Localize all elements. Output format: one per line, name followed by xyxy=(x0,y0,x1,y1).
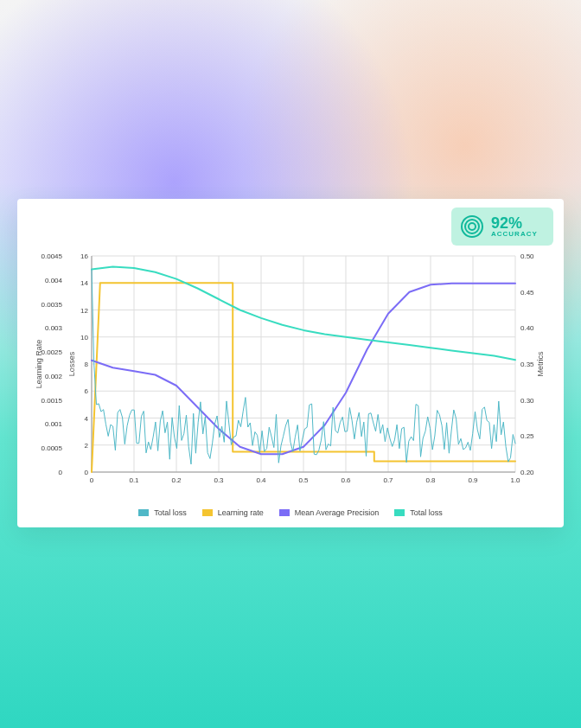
legend-label: Learning rate xyxy=(218,508,264,517)
svg-text:0.20: 0.20 xyxy=(520,469,534,476)
svg-text:0.1: 0.1 xyxy=(129,476,139,484)
legend-item: Learning rate xyxy=(202,508,264,517)
svg-text:1.0: 1.0 xyxy=(510,476,520,484)
chart-card: 92% ACCURACY 00.10.20.30.40.50.60.70.80.… xyxy=(17,199,564,527)
svg-text:0.3: 0.3 xyxy=(214,476,224,484)
svg-text:16: 16 xyxy=(80,252,88,260)
legend-swatch xyxy=(394,509,405,516)
svg-text:0.4: 0.4 xyxy=(256,476,266,484)
svg-text:0.002: 0.002 xyxy=(45,373,63,380)
svg-text:0.0035: 0.0035 xyxy=(42,301,63,309)
svg-text:0.2: 0.2 xyxy=(171,476,182,484)
svg-text:0.45: 0.45 xyxy=(520,289,534,297)
svg-text:0.9: 0.9 xyxy=(468,476,478,484)
svg-text:0.0005: 0.0005 xyxy=(42,444,63,452)
svg-text:0.30: 0.30 xyxy=(520,397,534,405)
svg-text:6: 6 xyxy=(85,387,89,395)
svg-text:0.7: 0.7 xyxy=(383,476,393,484)
svg-text:2: 2 xyxy=(85,442,89,450)
legend-swatch xyxy=(202,509,213,516)
svg-text:4: 4 xyxy=(85,415,89,423)
target-icon xyxy=(460,214,484,239)
svg-text:0.0015: 0.0015 xyxy=(42,397,63,405)
svg-text:0.003: 0.003 xyxy=(45,324,63,332)
svg-text:0.25: 0.25 xyxy=(520,432,534,440)
svg-text:0.40: 0.40 xyxy=(520,324,534,332)
accuracy-value: 92% xyxy=(491,215,538,231)
legend-item: Mean Average Precision xyxy=(279,508,379,517)
svg-text:8: 8 xyxy=(85,361,89,368)
accuracy-badge: 92% ACCURACY xyxy=(451,208,553,246)
svg-text:0.6: 0.6 xyxy=(341,476,351,484)
svg-text:Metrics: Metrics xyxy=(536,351,545,376)
svg-text:14: 14 xyxy=(80,279,88,287)
legend-swatch xyxy=(279,509,290,516)
svg-text:0: 0 xyxy=(90,476,94,484)
svg-text:12: 12 xyxy=(80,307,88,315)
svg-text:0.35: 0.35 xyxy=(520,361,534,368)
svg-text:Losses: Losses xyxy=(67,351,76,376)
svg-text:0: 0 xyxy=(59,469,63,476)
legend-label: Mean Average Precision xyxy=(295,508,379,517)
legend-label: Total loss xyxy=(154,508,187,517)
svg-text:0.0025: 0.0025 xyxy=(42,348,63,356)
legend-label: Total loss xyxy=(410,508,443,517)
line-chart: 00.10.20.30.40.50.60.70.80.91.000.00050.… xyxy=(35,252,546,493)
svg-text:0.001: 0.001 xyxy=(45,420,63,428)
svg-point-2 xyxy=(469,223,476,230)
accuracy-label: ACCURACY xyxy=(491,231,538,238)
legend-item: Total loss xyxy=(138,508,187,517)
legend-swatch xyxy=(138,509,149,516)
svg-text:0.004: 0.004 xyxy=(45,277,63,284)
legend-item: Total loss xyxy=(394,508,443,517)
svg-text:0.5: 0.5 xyxy=(298,476,309,484)
legend: Total loss Learning rate Mean Average Pr… xyxy=(17,508,564,517)
svg-text:0.0045: 0.0045 xyxy=(42,252,63,260)
svg-text:0.50: 0.50 xyxy=(520,252,534,260)
svg-point-1 xyxy=(465,220,479,233)
svg-text:Learning Rate: Learning Rate xyxy=(35,340,43,389)
svg-text:0: 0 xyxy=(85,469,89,476)
svg-text:10: 10 xyxy=(80,334,88,342)
chart-area: 00.10.20.30.40.50.60.70.80.91.000.00050.… xyxy=(35,252,546,493)
svg-text:0.8: 0.8 xyxy=(425,476,436,484)
